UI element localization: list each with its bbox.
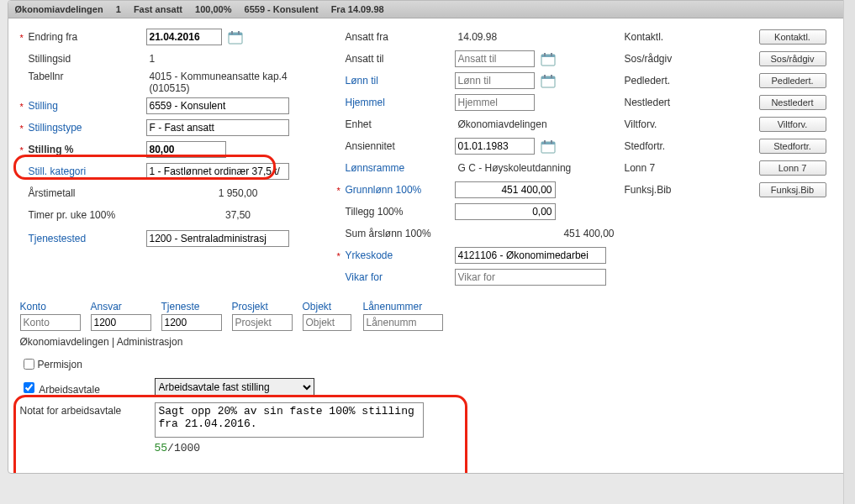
- notat-textarea[interactable]: Sagt opp 20% av sin faste 100% stilling …: [155, 402, 424, 438]
- tjenestested-input[interactable]: [146, 230, 289, 247]
- arbeidsavtale-section: Arbeidsavtale Arbeidsavtale fast stillin…: [20, 377, 836, 454]
- svg-rect-14: [544, 140, 546, 144]
- kontaktl-button[interactable]: Kontaktl.: [759, 29, 826, 45]
- tabellnr-value: 4015 - Kommuneansatte kap.4 (010515): [146, 71, 327, 94]
- funksjbib-button[interactable]: Funksj.Bib: [759, 182, 826, 197]
- window-scrollbar[interactable]: [843, 0, 855, 474]
- tjeneste-label[interactable]: Tjeneste: [161, 301, 222, 312]
- still-kategori-input[interactable]: [146, 163, 289, 180]
- nestledert-label: Nestledert: [625, 97, 700, 108]
- prosjekt-input[interactable]: [232, 314, 293, 331]
- lonn7-button[interactable]: Lonn 7: [759, 160, 826, 176]
- stilling-label[interactable]: Stilling: [29, 100, 146, 112]
- dimension-subtitle: Økonomiavdelingen | Administrasjon: [20, 336, 836, 348]
- calendar-icon[interactable]: [541, 74, 556, 89]
- tillegg-label: Tillegg 100%: [346, 206, 455, 218]
- konto-input[interactable]: [20, 314, 81, 331]
- arbeidsavtale-label: Arbeidsavtale: [39, 384, 100, 396]
- objekt-input[interactable]: [303, 314, 351, 331]
- svg-rect-1: [229, 33, 242, 35]
- permisjon-label: Permisjon: [38, 359, 82, 370]
- endring-fra-input[interactable]: [146, 29, 222, 45]
- stillingsid-value: 1: [146, 53, 327, 65]
- timer-pr-uke-label: Timer pr. uke 100%: [29, 209, 146, 221]
- column-middle: Ansatt fra 14.09.98 Ansatt til Lønn til: [337, 27, 615, 289]
- calendar-icon[interactable]: [541, 52, 556, 67]
- arstimetall-label: Årstimetall: [29, 187, 146, 199]
- column-left: * Endring fra Stillingsid 1: [20, 27, 327, 289]
- arbeidsavtale-checkbox[interactable]: [24, 382, 34, 393]
- sum-arslonn-value: 451 400,00: [455, 228, 615, 239]
- arbeidsavtale-select[interactable]: Arbeidsavtale fast stilling: [155, 378, 314, 396]
- title-pct: 100,00%: [195, 4, 231, 14]
- stillingstype-input[interactable]: [146, 119, 289, 136]
- employee-position-panel: Økonomiavdelingen 1 Fast ansatt 100,00% …: [8, 0, 848, 474]
- viltforv-button[interactable]: Viltforv.: [759, 117, 826, 132]
- calendar-icon[interactable]: [228, 30, 243, 45]
- arstimetall-value: 1 950,00: [146, 187, 327, 199]
- lanenummer-input[interactable]: [363, 314, 443, 331]
- yrkeskode-input[interactable]: [455, 247, 606, 264]
- stillingstype-label[interactable]: Stillingstype: [29, 122, 146, 134]
- ansvar-label[interactable]: Ansvar: [91, 301, 151, 312]
- grunnlonn-label[interactable]: Grunnlønn 100%: [346, 184, 455, 196]
- viltforv-label: Viltforv.: [625, 118, 700, 130]
- ansatt-fra-value: 14.09.98: [455, 31, 615, 43]
- stedfortr-button[interactable]: Stedfortr.: [759, 139, 826, 154]
- konto-label[interactable]: Konto: [20, 301, 81, 312]
- ansvar-input[interactable]: [91, 314, 151, 331]
- ansatt-til-input[interactable]: [455, 50, 535, 67]
- timer-pr-uke-value: 37,50: [146, 209, 327, 221]
- lonn-til-input[interactable]: [455, 72, 535, 89]
- lonnsramme-label[interactable]: Lønnsramme: [346, 162, 455, 174]
- required-marker: *: [20, 100, 29, 112]
- calendar-icon[interactable]: [541, 139, 556, 155]
- svg-rect-3: [238, 31, 240, 34]
- tabellnr-label: Tabellnr: [29, 71, 146, 82]
- stilling-pct-input[interactable]: [146, 141, 226, 158]
- still-kategori-label[interactable]: Still. kategori: [29, 165, 146, 177]
- ansatt-fra-label: Ansatt fra: [346, 31, 455, 43]
- panel-title: Økonomiavdelingen 1 Fast ansatt 100,00% …: [8, 1, 847, 18]
- title-position: 6559 - Konsulent: [245, 4, 319, 14]
- tjeneste-input[interactable]: [161, 314, 222, 331]
- title-employment: Fast ansatt: [134, 4, 182, 14]
- sum-arslonn-label: Sum årslønn 100%: [346, 228, 455, 239]
- nestledert-button[interactable]: Nestledert: [759, 95, 826, 110]
- svg-rect-6: [544, 53, 546, 56]
- ansatt-til-label: Ansatt til: [346, 53, 455, 65]
- vikar-for-input[interactable]: [455, 269, 606, 286]
- permisjon-checkbox[interactable]: [24, 359, 34, 370]
- notat-label: Notat for arbeidsavtale: [20, 402, 155, 417]
- svg-rect-2: [231, 31, 233, 34]
- stilling-input[interactable]: [146, 97, 289, 114]
- prosjekt-label[interactable]: Prosjekt: [232, 301, 293, 312]
- required-marker: *: [337, 184, 346, 196]
- hjemmel-input[interactable]: [455, 94, 535, 111]
- svg-rect-7: [551, 53, 552, 56]
- ansiennitet-input[interactable]: [455, 138, 535, 155]
- endring-fra-label: Endring fra: [29, 31, 146, 43]
- stilling-pct-label: Stilling %: [29, 144, 146, 155]
- enhet-label: Enhet: [346, 118, 455, 130]
- required-marker: *: [20, 31, 29, 43]
- svg-rect-9: [541, 76, 555, 79]
- tjenestested-label[interactable]: Tjenestested: [29, 233, 146, 244]
- required-marker: *: [337, 249, 346, 261]
- dimension-row: Konto Ansvar Tjeneste Prosjekt Objekt Lå…: [20, 301, 836, 331]
- objekt-label[interactable]: Objekt: [303, 301, 353, 312]
- title-seq: 1: [116, 4, 121, 14]
- sos-radgiv-button[interactable]: Sos/rådgiv: [759, 51, 826, 66]
- svg-rect-11: [551, 75, 552, 78]
- grunnlonn-input[interactable]: [455, 181, 556, 198]
- hjemmel-label[interactable]: Hjemmel: [346, 97, 455, 108]
- yrkeskode-label[interactable]: Yrkeskode: [346, 249, 455, 261]
- pedledert-button[interactable]: Pedledert.: [759, 73, 826, 88]
- tillegg-input[interactable]: [455, 203, 556, 220]
- notat-counter: 55/1000: [155, 442, 836, 454]
- vikar-for-label[interactable]: Vikar for: [346, 271, 455, 283]
- kontaktl-label: Kontaktl.: [625, 31, 700, 43]
- column-right: Kontaktl.Kontaktl. Sos/rådgivSos/rådgiv …: [625, 27, 826, 289]
- lanenummer-label[interactable]: Lånenummer: [363, 301, 443, 312]
- lonn-til-label[interactable]: Lønn til: [346, 75, 455, 87]
